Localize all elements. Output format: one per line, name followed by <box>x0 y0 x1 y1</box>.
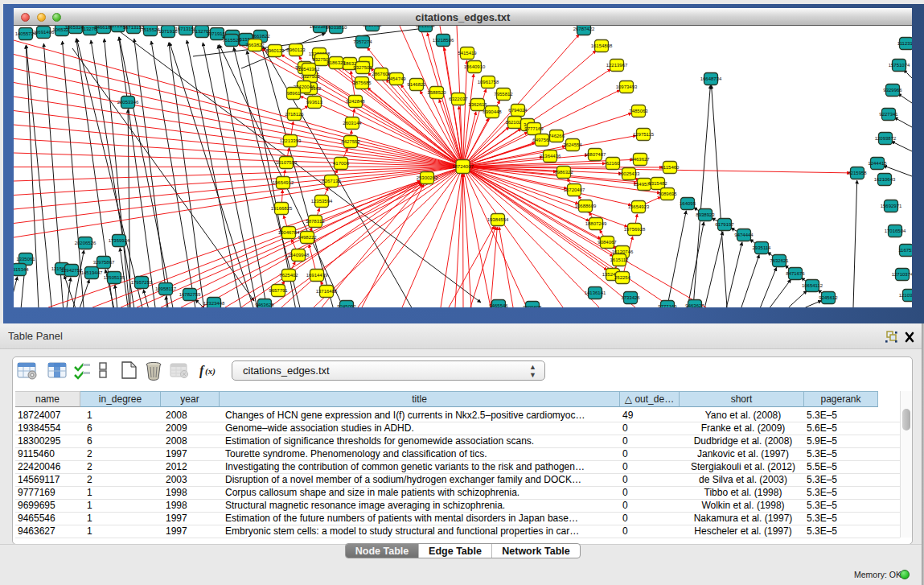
svg-text:9089695: 9089695 <box>658 192 677 196</box>
svg-text:8215958: 8215958 <box>848 171 867 175</box>
svg-text:16648734: 16648734 <box>700 76 722 81</box>
svg-text:19654912: 19654912 <box>273 180 294 185</box>
svg-text:7625402: 7625402 <box>279 273 298 278</box>
svg-text:10973493: 10973493 <box>616 84 638 89</box>
svg-text:7515524: 7515524 <box>141 27 160 32</box>
svg-text:1362615: 1362615 <box>468 102 487 107</box>
svg-text:8471676: 8471676 <box>786 271 805 276</box>
svg-text:15654923: 15654923 <box>628 204 650 209</box>
svg-text:98961: 98961 <box>287 91 301 96</box>
svg-text:19756928: 19756928 <box>624 227 646 232</box>
svg-text:9242848: 9242848 <box>346 99 365 104</box>
svg-text:1335061: 1335061 <box>16 257 35 262</box>
svg-text:2718126: 2718126 <box>285 112 304 117</box>
svg-text:1733426: 1733426 <box>621 295 640 300</box>
svg-text:7663822: 7663822 <box>245 43 265 47</box>
svg-text:26787422: 26787422 <box>573 27 595 31</box>
svg-text:15720407: 15720407 <box>564 187 585 192</box>
svg-text:f: f <box>199 364 205 378</box>
svg-text:9245612: 9245612 <box>819 295 838 300</box>
svg-text:10654112: 10654112 <box>802 283 823 288</box>
svg-text:9245092: 9245092 <box>337 304 356 307</box>
svg-text:10107553: 10107553 <box>276 160 298 165</box>
svg-text:19166825: 19166825 <box>271 206 293 211</box>
svg-text:6322037: 6322037 <box>449 97 468 101</box>
svg-text:16210643: 16210643 <box>874 177 896 182</box>
svg-text:9146821: 9146821 <box>407 82 426 87</box>
svg-text:3624554: 3624554 <box>563 142 582 147</box>
svg-text:9115460: 9115460 <box>661 165 680 170</box>
svg-text:8427552: 8427552 <box>341 139 360 144</box>
svg-text:10807487: 10807487 <box>585 152 606 157</box>
svg-text:5878312: 5878312 <box>306 219 325 224</box>
svg-text:20053346: 20053346 <box>117 100 139 105</box>
svg-text:116753: 116753 <box>898 248 912 253</box>
svg-text:12353594: 12353594 <box>311 199 333 204</box>
svg-text:16033810: 16033810 <box>326 26 347 30</box>
svg-text:12505135: 12505135 <box>104 275 125 280</box>
svg-text:417006: 417006 <box>333 161 350 166</box>
svg-text:20206526: 20206526 <box>75 241 97 245</box>
svg-text:15692971: 15692971 <box>881 204 902 208</box>
svg-text:14136141: 14136141 <box>585 290 606 295</box>
svg-text:17016504: 17016504 <box>885 229 906 233</box>
svg-text:19384554: 19384554 <box>487 217 509 222</box>
svg-text:20691406: 20691406 <box>33 30 55 35</box>
svg-text:9463627: 9463627 <box>630 157 650 162</box>
svg-text:7485063: 7485063 <box>629 109 648 113</box>
svg-text:7632621: 7632621 <box>770 258 789 263</box>
svg-text:9227341: 9227341 <box>879 112 898 117</box>
svg-text:9657791: 9657791 <box>269 288 288 293</box>
svg-text:9777169: 9777169 <box>524 126 544 131</box>
svg-text:1112315: 1112315 <box>897 41 912 46</box>
svg-text:25300203: 25300203 <box>417 175 438 180</box>
svg-text:15751074: 15751074 <box>889 63 910 68</box>
svg-text:12942757: 12942757 <box>61 268 83 273</box>
svg-text:15409948: 15409948 <box>288 253 310 257</box>
svg-text:6794024: 6794024 <box>508 108 528 113</box>
svg-text:252254: 252254 <box>614 275 631 280</box>
svg-text:7515526: 7515526 <box>222 38 241 43</box>
svg-text:9084067: 9084067 <box>598 240 617 245</box>
svg-text:13716485: 13716485 <box>316 289 338 294</box>
svg-text:9777169: 9777169 <box>658 304 677 307</box>
svg-text:8813054: 8813054 <box>416 26 435 28</box>
svg-text:8186323: 8186323 <box>326 60 346 65</box>
svg-text:2935114: 2935114 <box>753 245 772 250</box>
svg-text:12975115: 12975115 <box>633 132 655 137</box>
svg-text:12710374: 12710374 <box>892 272 912 277</box>
svg-text:10046784: 10046784 <box>278 230 300 235</box>
svg-text:7663822: 7663822 <box>251 34 270 39</box>
svg-text:9463627: 9463627 <box>685 303 704 307</box>
svg-text:993613: 993613 <box>306 100 323 105</box>
svg-text:12103495: 12103495 <box>899 293 912 298</box>
svg-text:6179197: 6179197 <box>715 222 734 227</box>
svg-text:7357274: 7357274 <box>353 39 372 44</box>
svg-text:8813055: 8813055 <box>363 26 382 27</box>
svg-text:6990448: 6990448 <box>483 109 502 114</box>
svg-text:2603144: 2603144 <box>343 121 362 126</box>
svg-text:9463628: 9463628 <box>255 303 274 307</box>
svg-text:9465546: 9465546 <box>489 303 508 307</box>
svg-text:746266: 746266 <box>548 134 565 138</box>
svg-text:9329966: 9329966 <box>883 88 902 93</box>
svg-text:10543362: 10543362 <box>298 67 320 72</box>
svg-text:15640910: 15640910 <box>464 64 486 69</box>
svg-text:17957253: 17957253 <box>131 280 153 285</box>
svg-text:164095: 164095 <box>680 201 696 206</box>
svg-text:12213393: 12213393 <box>280 138 302 143</box>
svg-text:8938923: 8938923 <box>696 212 715 217</box>
svg-text:16782759: 16782759 <box>179 292 201 297</box>
svg-text:32975867: 32975867 <box>93 260 115 265</box>
svg-text:18724007: 18724007 <box>452 164 474 169</box>
svg-text:1615112: 1615112 <box>610 257 630 262</box>
svg-text:10961758: 10961758 <box>478 80 499 84</box>
svg-text:10025433: 10025433 <box>618 171 640 176</box>
svg-text:8454749: 8454749 <box>387 76 406 81</box>
svg-text:8960123: 8960123 <box>265 48 285 53</box>
svg-text:8267130: 8267130 <box>322 179 341 183</box>
svg-text:1244415: 1244415 <box>868 161 887 166</box>
svg-text:21364436: 21364436 <box>540 154 561 159</box>
svg-text:9699695: 9699695 <box>523 305 542 307</box>
svg-text:(x): (x) <box>205 366 216 377</box>
